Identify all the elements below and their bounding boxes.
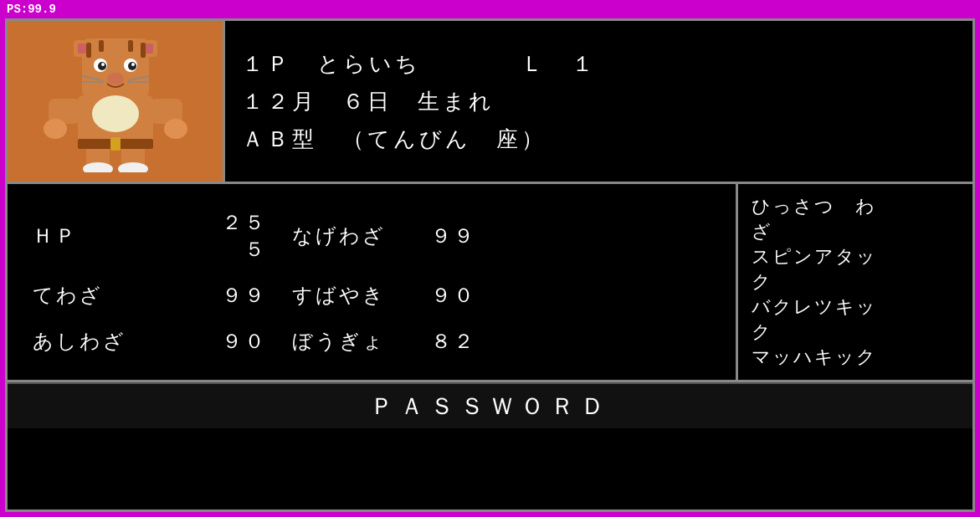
move-item-3: ク [752,269,959,294]
svg-rect-6 [86,43,91,58]
stat-label2-0: なげわざ [292,223,426,249]
stat-row-2: あしわざ ９０ ぼうぎょ ８２ [33,328,711,355]
character-portrait [32,30,199,172]
svg-rect-5 [145,44,153,54]
info-line-1: １Ｐ とらいち Ｌ １ [242,49,956,79]
stat-label2-2: ぼうぎょ [292,328,426,355]
stat-label-2: あしわざ [33,328,200,355]
stat-label-0: ＨＰ [33,223,200,249]
move-item-2: スピンアタッ [752,244,959,269]
svg-rect-9 [141,43,146,58]
game-container: １Ｐ とらいち Ｌ １ １２月 ６日 生まれ ＡＢ型 （てんびん 座） ＨＰ ２… [5,18,975,512]
svg-point-15 [131,63,135,66]
svg-rect-4 [78,44,86,54]
top-section: １Ｐ とらいち Ｌ １ １２月 ６日 生まれ ＡＢ型 （てんびん 座） [8,21,972,184]
stat-label-1: てわざ [33,282,200,309]
move-item-0: ひっさつ わ [752,194,959,219]
svg-rect-8 [128,40,133,52]
svg-point-25 [44,119,67,139]
stat-value-2: ９０ [200,328,267,355]
svg-point-16 [107,73,124,84]
moves-box: ひっさつ わざスピンアタックバクレツキックマッハキック [738,184,972,380]
move-item-4: バクレツキッ [752,294,959,320]
stat-value2-2: ８２ [426,328,476,355]
portrait-box [8,21,225,182]
stat-row-1: てわざ ９９ すばやき ９０ [33,282,711,309]
stat-value-1: ９９ [200,282,267,309]
title-bar: PS:99.9 [0,0,980,18]
stat-label2-1: すばやき [292,282,426,309]
info-box: １Ｐ とらいち Ｌ １ １２月 ６日 生まれ ＡＢ型 （てんびん 座） [225,21,972,182]
bottom-section: ＰＡＳＳＷＯＲＤ [8,382,972,428]
stats-box: ＨＰ ２５５ なげわざ ９９ てわざ ９９ すばやき ９０ あしわざ ９０ ぼう… [8,184,738,380]
stat-value2-0: ９９ [426,223,476,249]
svg-point-22 [92,95,139,132]
move-item-5: ク [752,320,959,345]
stat-row-0: ＨＰ ２５５ なげわざ ９９ [33,209,711,263]
svg-rect-1 [82,38,149,97]
info-line-2: １２月 ６日 生まれ [242,87,956,116]
svg-point-26 [164,119,187,139]
stat-value-0: ２５５ [200,209,267,263]
info-line-3: ＡＢ型 （てんびん 座） [242,125,956,154]
password-text: ＰＡＳＳＷＯＲＤ [370,391,611,422]
svg-point-14 [101,63,105,66]
svg-rect-7 [99,40,104,52]
move-item-6: マッハキック [752,345,959,370]
move-item-1: ざ [752,219,959,244]
stat-value2-1: ９０ [426,282,476,309]
remainder-section [8,428,972,509]
svg-rect-32 [110,137,121,151]
middle-section: ＨＰ ２５５ なげわざ ９９ てわざ ９９ すばやき ９０ あしわざ ９０ ぼう… [8,184,972,382]
title-label: PS:99.9 [7,3,56,16]
